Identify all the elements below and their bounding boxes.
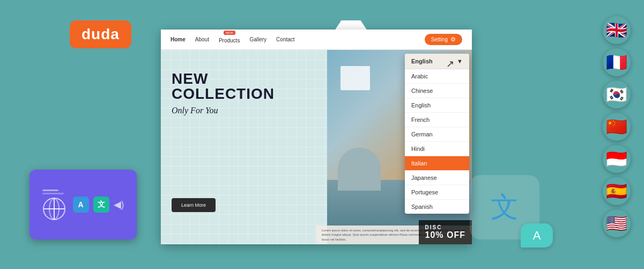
hero-subtitle: Only For You xyxy=(172,106,316,115)
dropdown-selected: English xyxy=(411,58,433,64)
lang-badge-a: A xyxy=(73,197,89,213)
gear-icon: ⚙ xyxy=(450,36,456,43)
flag-korea[interactable]: 🇰🇷 xyxy=(603,81,631,108)
left-language-widget: A 文 ◀) xyxy=(29,170,137,239)
discount-label: DISC xyxy=(425,224,465,230)
flag-france[interactable]: 🇫🇷 xyxy=(603,48,631,76)
nav-products[interactable]: Products xyxy=(219,38,240,43)
dropdown-portugese[interactable]: Portugese xyxy=(405,185,469,200)
dropdown-hindi[interactable]: Hindi xyxy=(405,142,469,156)
translate-widget: 文 A xyxy=(470,175,539,239)
nav-products-wrapper: NEW Products xyxy=(219,35,240,45)
dropdown-english[interactable]: English xyxy=(405,98,469,113)
language-dropdown: English ▼ Arabic Chinese English French … xyxy=(405,54,469,214)
translate-icon: 文 xyxy=(491,188,519,226)
flag-usa[interactable]: 🇺🇸 xyxy=(603,209,631,237)
nav-home[interactable]: Home xyxy=(171,37,186,42)
dropdown-spanish[interactable]: Spanish xyxy=(405,200,469,214)
hero-left: NEW COLLECTION Only For You Learn More xyxy=(161,50,327,244)
flag-spain[interactable]: 🇪🇸 xyxy=(603,177,631,205)
setting-button[interactable]: Setting ⚙ xyxy=(425,34,462,45)
nav-about[interactable]: About xyxy=(195,37,209,42)
new-badge: NEW xyxy=(224,31,235,35)
dropdown-chinese[interactable]: Chinese xyxy=(405,84,469,98)
translate-bubble: A xyxy=(521,223,553,248)
nav-links: Home About NEW Products Gallery Contact xyxy=(171,35,295,45)
translate-bubble-container: 文 A xyxy=(470,175,539,239)
flag-indonesia[interactable]: 🇮🇩 xyxy=(603,145,631,173)
dropdown-arabic[interactable]: Arabic xyxy=(405,69,469,84)
duda-logo-text: duda xyxy=(82,26,120,42)
hero-title: NEW COLLECTION xyxy=(172,71,316,101)
duda-logo: duda xyxy=(70,20,131,48)
dropdown-italian[interactable]: Italian xyxy=(405,156,469,171)
dropdown-german[interactable]: German xyxy=(405,127,469,142)
mockup-navbar: Home About NEW Products Gallery Contact … xyxy=(161,30,472,50)
dropdown-arrow-icon: ▼ xyxy=(457,58,463,64)
hero-cta-button[interactable]: Learn More xyxy=(172,198,216,212)
flag-uk[interactable]: 🇬🇧 xyxy=(603,16,631,44)
discount-value: 10% OFF xyxy=(425,230,465,240)
nav-gallery[interactable]: Gallery xyxy=(249,37,267,42)
globe-icon xyxy=(43,198,65,220)
dropdown-japanese[interactable]: Japanese xyxy=(405,171,469,185)
sound-icon: ◀) xyxy=(114,199,124,210)
flag-china[interactable]: 🇨🇳 xyxy=(603,113,631,141)
flags-column: 🇬🇧 🇫🇷 🇰🇷 🇨🇳 🇮🇩 🇪🇸 🇺🇸 xyxy=(603,16,631,237)
dropdown-french[interactable]: French xyxy=(405,113,469,127)
dropdown-header[interactable]: English ▼ xyxy=(405,54,469,69)
setting-label: Setting xyxy=(431,37,448,42)
discount-overlay: DISC 10% OFF xyxy=(419,220,472,244)
nav-contact[interactable]: Contact xyxy=(276,37,294,42)
lang-badge-zh: 文 xyxy=(93,197,109,213)
